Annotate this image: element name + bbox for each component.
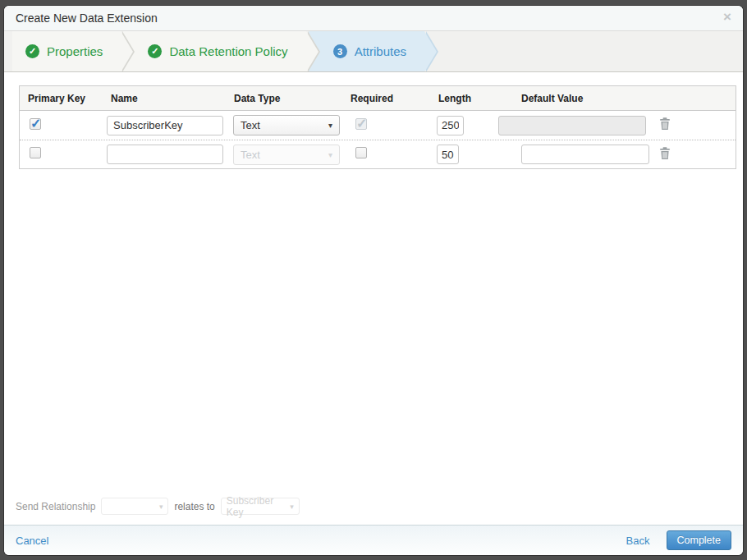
default-value-field[interactable] (521, 145, 649, 164)
chevron-down-icon: ▾ (328, 150, 332, 159)
relates-to-label: relates to (174, 501, 214, 512)
attributes-table: Primary Key Name Data Type Required Leng… (19, 85, 736, 169)
send-relationship-select: ▾ (101, 498, 168, 515)
wizard-steps: ✓ Properties ✓ Data Retention Policy 3 A… (4, 31, 743, 72)
required-checkbox[interactable] (355, 147, 367, 158)
dialog-content: Primary Key Name Data Type Required Leng… (4, 72, 743, 525)
chevron-down-icon: ▾ (328, 121, 332, 130)
data-type-value: Text (241, 149, 260, 161)
name-field[interactable] (107, 116, 223, 135)
send-relationship-label: Send Relationship (16, 501, 95, 512)
send-relationship-row: Send Relationship ▾ relates to Subscribe… (4, 498, 743, 525)
step-properties[interactable]: ✓ Properties (12, 31, 121, 71)
content-spacer (4, 169, 743, 498)
table-row: Text ▾ (20, 111, 736, 140)
complete-button[interactable]: Complete (667, 530, 732, 550)
column-header-required: Required (351, 93, 437, 104)
data-type-value: Text (241, 119, 260, 131)
primary-key-checkbox[interactable] (30, 118, 41, 130)
step-attributes[interactable]: 3 Attributes (309, 31, 424, 71)
check-circle-icon: ✓ (25, 44, 39, 58)
dialog-titlebar: Create New Data Extension × (4, 6, 743, 31)
delete-row-icon[interactable] (658, 117, 671, 131)
column-header-primary-key: Primary Key (20, 93, 107, 104)
primary-key-checkbox[interactable] (30, 147, 41, 158)
table-header-row: Primary Key Name Data Type Required Leng… (20, 86, 736, 111)
dialog-footer: Cancel Back Complete (4, 525, 743, 555)
column-header-length: Length (437, 93, 521, 104)
step-attributes-label: Attributes (355, 44, 406, 58)
chevron-down-icon: ▾ (159, 503, 163, 511)
step-number-badge: 3 (333, 44, 347, 58)
check-circle-icon: ✓ (148, 44, 162, 58)
step-data-retention-policy[interactable]: ✓ Data Retention Policy (123, 31, 305, 71)
cancel-link[interactable]: Cancel (16, 535, 48, 547)
length-field[interactable] (437, 116, 464, 135)
chevron-down-icon: ▾ (290, 503, 294, 511)
step-properties-label: Properties (47, 44, 103, 58)
back-link[interactable]: Back (626, 535, 650, 547)
column-header-data-type: Data Type (233, 93, 351, 104)
table-row: Text ▾ (20, 140, 736, 168)
default-value-field (498, 116, 646, 135)
data-type-select: Text ▾ (233, 145, 340, 165)
name-field[interactable] (107, 145, 223, 164)
length-field[interactable] (437, 145, 459, 164)
column-header-name: Name (107, 93, 233, 104)
create-data-extension-dialog: Create New Data Extension × ✓ Properties… (4, 6, 743, 555)
relates-to-select: Subscriber Key ▾ (221, 498, 300, 515)
delete-row-icon[interactable] (658, 146, 671, 160)
dialog-title: Create New Data Extension (16, 11, 158, 25)
step-data-retention-policy-label: Data Retention Policy (169, 44, 287, 58)
close-icon[interactable]: × (723, 10, 731, 24)
data-type-select[interactable]: Text ▾ (233, 115, 340, 135)
required-checkbox (355, 118, 367, 130)
column-header-default-value: Default Value (521, 93, 656, 104)
relates-to-value: Subscriber Key (227, 495, 290, 518)
